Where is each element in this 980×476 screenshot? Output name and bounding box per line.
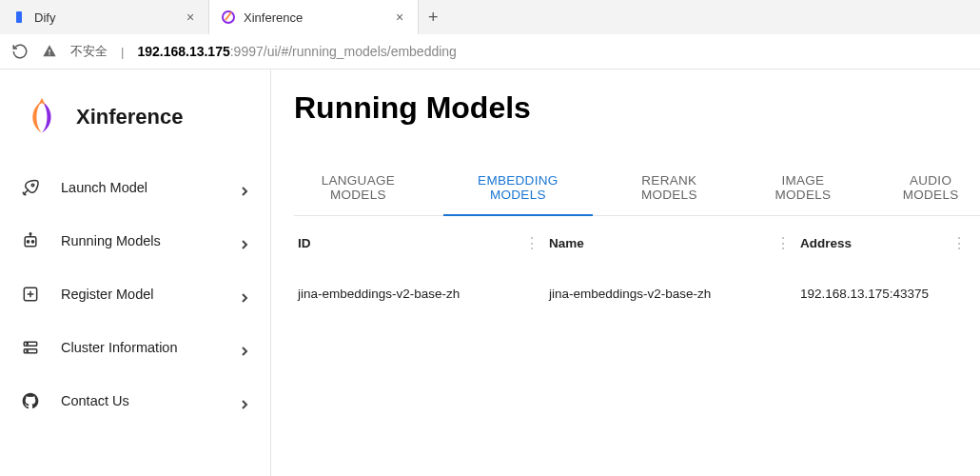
close-icon[interactable]: × — [184, 10, 197, 24]
tab-strip: Dify × Xinference × + — [0, 0, 980, 34]
app-body: Xinference Launch Model Running Models — [0, 69, 980, 476]
server-icon — [21, 338, 40, 357]
chevron-right-icon — [240, 396, 249, 406]
brand-logo-icon — [21, 96, 63, 138]
url-separator: | — [121, 45, 124, 59]
new-tab-button[interactable]: + — [419, 8, 448, 28]
table-row[interactable]: jina-embeddings-v2-base-zh ⋮ jina-embedd… — [294, 269, 980, 318]
page-title: Running Models — [294, 90, 980, 126]
chevron-right-icon — [240, 183, 249, 192]
cell-id: jina-embeddings-v2-base-zh — [298, 287, 524, 301]
svg-point-7 — [31, 241, 33, 243]
tab-title: Xinference — [244, 10, 385, 25]
tab-favicon-icon — [221, 10, 236, 25]
tab-favicon-icon — [11, 10, 27, 25]
column-header-address: Address — [800, 236, 852, 250]
warning-triangle-icon — [42, 44, 57, 59]
brand-name: Xinference — [76, 105, 184, 129]
sidebar-item-cluster-information[interactable]: Cluster Information — [0, 321, 270, 374]
sidebar-item-label: Running Models — [61, 233, 219, 248]
models-table: ID ⋮ Name ⋮ Address ⋮ jina-embeddings-v2… — [294, 216, 980, 318]
chevron-right-icon — [240, 236, 249, 246]
svg-point-9 — [29, 233, 31, 235]
column-menu-icon[interactable]: ⋮ — [775, 234, 800, 252]
tab-language-models[interactable]: LANGUAGE MODELS — [294, 164, 422, 215]
model-type-tabs: LANGUAGE MODELS EMBEDDING MODELS RERANK … — [294, 164, 980, 216]
chevron-right-icon — [240, 343, 249, 352]
plus-square-icon — [21, 285, 40, 304]
reload-icon[interactable] — [11, 43, 29, 60]
sidebar-item-label: Register Model — [61, 287, 219, 302]
tab-image-models[interactable]: IMAGE MODELS — [754, 164, 853, 215]
url-port: :9997 — [230, 44, 264, 59]
column-header-id: ID — [298, 236, 311, 250]
sidebar-item-label: Cluster Information — [61, 340, 219, 355]
cell-name: jina-embeddings-v2-base-zh — [549, 287, 775, 301]
table-header: ID ⋮ Name ⋮ Address ⋮ — [294, 216, 980, 269]
sidebar-item-running-models[interactable]: Running Models — [0, 214, 270, 268]
url-path: /ui/#/running_models/embedding — [264, 44, 457, 59]
svg-rect-3 — [49, 53, 49, 54]
tab-rerank-models[interactable]: RERANK MODELS — [614, 164, 725, 215]
sidebar-item-label: Contact Us — [61, 393, 219, 408]
sidebar-item-contact-us[interactable]: Contact Us — [0, 374, 270, 427]
sidebar-item-launch-model[interactable]: Launch Model — [0, 161, 270, 214]
browser-tab-xinference[interactable]: Xinference × — [209, 0, 419, 34]
sidebar-menu: Launch Model Running Models Register Mod… — [0, 161, 270, 427]
svg-rect-2 — [49, 50, 49, 52]
url-host: 192.168.13.175 — [137, 44, 229, 59]
browser-tab-dify[interactable]: Dify × — [0, 0, 209, 34]
tab-audio-models[interactable]: AUDIO MODELS — [881, 164, 980, 215]
brand: Xinference — [0, 89, 270, 161]
svg-point-16 — [27, 350, 28, 351]
column-header-name: Name — [549, 236, 584, 250]
rocket-icon — [21, 178, 40, 197]
column-menu-icon[interactable]: ⋮ — [524, 234, 549, 252]
robot-icon — [21, 231, 40, 250]
column-menu-icon[interactable]: ⋮ — [951, 234, 976, 252]
sidebar-item-register-model[interactable]: Register Model — [0, 268, 270, 321]
security-status: 不安全 — [70, 43, 108, 60]
main-content: Running Models LANGUAGE MODELS EMBEDDING… — [271, 69, 980, 476]
svg-point-6 — [27, 241, 29, 243]
tab-title: Dify — [34, 10, 176, 25]
sidebar: Xinference Launch Model Running Models — [0, 69, 271, 476]
sidebar-item-label: Launch Model — [61, 180, 219, 195]
chevron-right-icon — [240, 289, 249, 299]
close-icon[interactable]: × — [393, 10, 406, 24]
svg-rect-0 — [16, 11, 22, 23]
tab-embedding-models[interactable]: EMBEDDING MODELS — [451, 164, 585, 215]
address-bar: 不安全 | 192.168.13.175:9997/ui/#/running_m… — [0, 34, 980, 69]
cell-address: 192.168.13.175:43375 — [800, 287, 951, 301]
github-icon — [21, 391, 40, 410]
svg-point-4 — [31, 184, 34, 187]
browser-chrome: Dify × Xinference × + 不安全 | 192.168.13.1… — [0, 0, 980, 69]
svg-point-15 — [27, 344, 28, 345]
url-display[interactable]: 192.168.13.175:9997/ui/#/running_models/… — [137, 44, 457, 59]
